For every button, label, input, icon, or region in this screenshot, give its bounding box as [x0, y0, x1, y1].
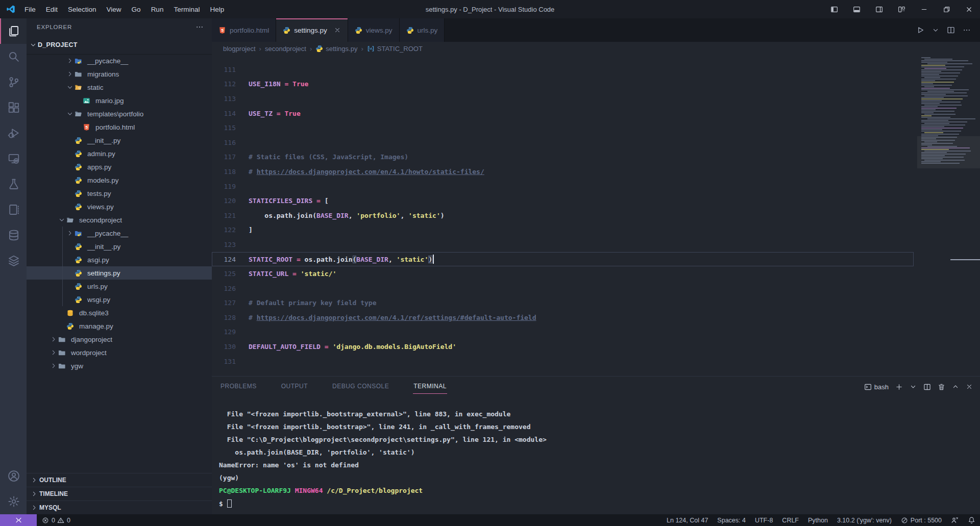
- tree-item-templates-portfolio[interactable]: templates\portfolio: [27, 107, 212, 120]
- tree-item-pycache[interactable]: __pycache__: [27, 227, 212, 240]
- tree-item-manage-py[interactable]: manage.py: [27, 319, 212, 333]
- status-python-interpreter[interactable]: 3.10.2 ('ygw': venv): [832, 514, 896, 526]
- toggle-secondary-sidebar-button[interactable]: [868, 0, 890, 18]
- tree-item-init-py[interactable]: __init__.py: [27, 134, 212, 147]
- code-line-119[interactable]: 119: [212, 179, 980, 194]
- menu-edit[interactable]: Edit: [41, 0, 63, 18]
- run-dropdown-button[interactable]: [932, 27, 939, 34]
- menu-selection[interactable]: Selection: [63, 0, 102, 18]
- status-eol[interactable]: CRLF: [777, 514, 803, 526]
- status-live-server-port[interactable]: Port : 5500: [896, 514, 946, 526]
- tree-item-db-sqlite3[interactable]: db.sqlite3: [27, 306, 212, 319]
- tree-item-pycache[interactable]: __pycache__: [27, 54, 212, 67]
- terminal[interactable]: File "<frozen importlib._bootstrap_exter…: [212, 397, 980, 514]
- code-line-113[interactable]: 113: [212, 91, 980, 106]
- activity-source-control[interactable]: [0, 69, 27, 95]
- tab-portfolio-html[interactable]: 5portfolio.html: [212, 18, 276, 42]
- code-line-120[interactable]: 120STATICFILES_DIRS = [: [212, 193, 980, 208]
- section-mysql[interactable]: MYSQL: [27, 500, 212, 514]
- tab-settings-py[interactable]: settings.py: [276, 18, 348, 42]
- toggle-primary-sidebar-button[interactable]: [823, 0, 845, 18]
- section-outline[interactable]: OUTLINE: [27, 473, 212, 487]
- code-line-130[interactable]: 130DEFAULT_AUTO_FIELD = 'django.db.model…: [212, 339, 980, 354]
- tree-item-urls-py[interactable]: urls.py: [27, 280, 212, 293]
- menu-terminal[interactable]: Terminal: [168, 0, 205, 18]
- run-python-file-button[interactable]: [916, 26, 924, 34]
- menu-view[interactable]: View: [102, 0, 127, 18]
- tree-item-views-py[interactable]: views.py: [27, 200, 212, 213]
- new-terminal-button[interactable]: [895, 383, 903, 391]
- tree-item-settings-py[interactable]: settings.py: [27, 266, 212, 280]
- code-line-122[interactable]: 122]: [212, 223, 980, 238]
- breadcrumb-static-root[interactable]: STATIC_ROOT: [367, 45, 423, 53]
- tree-item-wsgi-py[interactable]: wsgi.py: [27, 293, 212, 306]
- panel-tab-problems[interactable]: PROBLEMS: [220, 380, 257, 394]
- tree-item-portfolio-html[interactable]: 5portfolio.html: [27, 120, 212, 134]
- split-editor-button[interactable]: [947, 26, 955, 34]
- menu-go[interactable]: Go: [127, 0, 146, 18]
- code-editor[interactable]: 111112USE_I18N = True113114USE_TZ = True…: [212, 55, 980, 376]
- tree-item-init-py[interactable]: __init__.py: [27, 240, 212, 253]
- terminal-dropdown-button[interactable]: [910, 383, 917, 390]
- section-timeline[interactable]: TIMELINE: [27, 487, 212, 500]
- activity-run-and-debug[interactable]: [0, 120, 27, 146]
- tree-item-models-py[interactable]: models.py: [27, 173, 212, 187]
- tree-item-djangoproject[interactable]: djangoproject: [27, 333, 212, 346]
- ellipsis-icon[interactable]: [195, 23, 204, 31]
- tab-views-py[interactable]: views.py: [348, 18, 400, 42]
- status-language-mode[interactable]: Python: [803, 514, 832, 526]
- remote-indicator-button[interactable]: [0, 514, 37, 526]
- code-line-116[interactable]: 116: [212, 135, 980, 150]
- close-panel-button[interactable]: [966, 383, 973, 390]
- panel-tab-terminal[interactable]: TERMINAL: [413, 380, 447, 394]
- activity-testing[interactable]: [0, 171, 27, 197]
- close-window-button[interactable]: [958, 0, 980, 18]
- panel-tab-output[interactable]: OUTPUT: [281, 380, 308, 394]
- tree-item-secondproject[interactable]: secondproject: [27, 213, 212, 227]
- minimap-slider[interactable]: [917, 136, 980, 168]
- tree-item-apps-py[interactable]: apps.py: [27, 160, 212, 173]
- activity-search[interactable]: [0, 44, 27, 69]
- restore-button[interactable]: [935, 0, 958, 18]
- editor-more-actions-button[interactable]: [963, 26, 971, 34]
- status-encoding[interactable]: UTF-8: [750, 514, 777, 526]
- menu-help[interactable]: Help: [205, 0, 229, 18]
- tree-item-migrations[interactable]: migrations: [27, 67, 212, 81]
- tree-item-ygw[interactable]: ygw: [27, 359, 212, 372]
- code-line-114[interactable]: 114USE_TZ = True: [212, 106, 980, 121]
- kill-terminal-button[interactable]: [938, 383, 945, 391]
- status-cursor-position[interactable]: Ln 124, Col 47: [662, 514, 713, 526]
- code-line-124[interactable]: 124STATIC_ROOT = os.path.join(BASE_DIR, …: [212, 252, 980, 267]
- breadcrumb-secondproject[interactable]: secondproject: [265, 45, 306, 53]
- code-line-118[interactable]: 118# https://docs.djangoproject.com/en/4…: [212, 164, 980, 179]
- panel-tab-debug-console[interactable]: DEBUG CONSOLE: [332, 380, 389, 394]
- code-line-123[interactable]: 123: [212, 237, 980, 252]
- activity-extensions[interactable]: [0, 95, 27, 120]
- code-line-129[interactable]: 129: [212, 325, 980, 340]
- code-line-127[interactable]: 127# Default primary key field type: [212, 296, 980, 311]
- activity-accounts[interactable]: [0, 463, 27, 489]
- code-line-112[interactable]: 112USE_I18N = True: [212, 77, 980, 92]
- activity-remote-explorer[interactable]: [0, 146, 27, 171]
- code-line-115[interactable]: 115: [212, 120, 980, 135]
- shell-selector-button[interactable]: bash: [864, 383, 889, 391]
- activity-database[interactable]: [0, 222, 27, 248]
- activity-layers[interactable]: [0, 248, 27, 273]
- tree-item-tests-py[interactable]: tests.py: [27, 187, 212, 200]
- tab-urls-py[interactable]: urls.py: [400, 18, 445, 42]
- toggle-panel-button[interactable]: [845, 0, 868, 18]
- status-notifications[interactable]: [963, 514, 980, 526]
- activity-explorer[interactable]: [0, 18, 27, 44]
- problems-status[interactable]: 00: [37, 514, 76, 526]
- tree-item-mario-jpg[interactable]: mario.jpg: [27, 94, 212, 107]
- tree-item-wordproject[interactable]: wordproject: [27, 346, 212, 359]
- tree-item-admin-py[interactable]: admin.py: [27, 147, 212, 160]
- breadcrumb-settings-py[interactable]: settings.py: [315, 45, 357, 53]
- minimize-button[interactable]: [913, 0, 935, 18]
- breadcrumb-blogproject[interactable]: blogproject: [223, 45, 256, 53]
- code-line-121[interactable]: 121 os.path.join(BASE_DIR, 'portfolio', …: [212, 208, 980, 223]
- minimap[interactable]: [919, 57, 973, 164]
- split-terminal-button[interactable]: [923, 383, 931, 391]
- code-line-131[interactable]: 131: [212, 354, 980, 369]
- code-line-111[interactable]: 111: [212, 62, 980, 77]
